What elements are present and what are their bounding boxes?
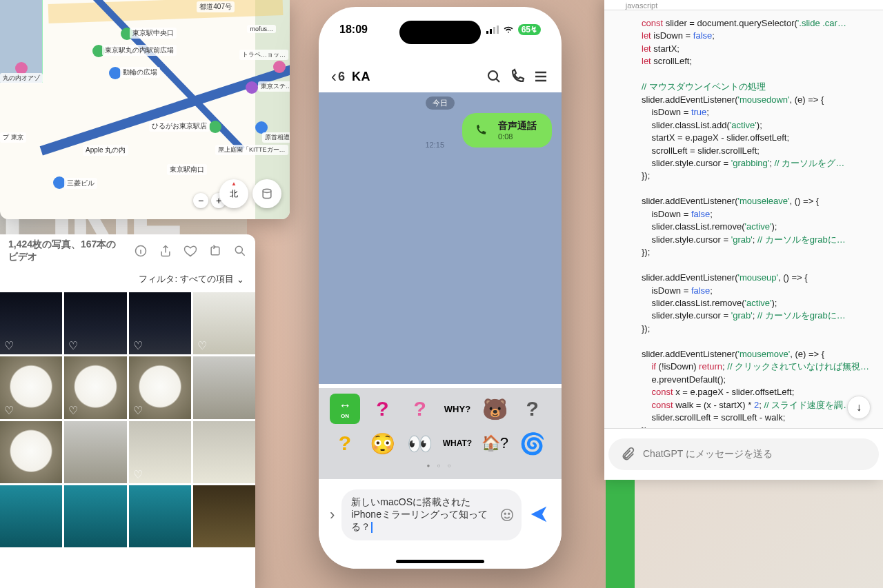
send-button[interactable] xyxy=(528,504,550,526)
sticker[interactable]: ? xyxy=(330,428,360,458)
favorite-icon: ♡ xyxy=(133,468,144,479)
sticker-panel: ↔ON ? ? WHY? 🐻 ? ? 😳 👀 WHAT? 🏠? 🌀 ● ○ ○ xyxy=(319,388,562,479)
emoji-icon[interactable] xyxy=(499,507,515,523)
favorite-icon: ♡ xyxy=(68,339,79,350)
pin-tokyo-ste[interactable] xyxy=(246,81,258,94)
date-pill: 今日 xyxy=(426,97,455,110)
photo-thumb[interactable] xyxy=(193,485,255,547)
poi-label[interactable]: 東京ステ… xyxy=(258,81,290,92)
sticker[interactable]: 😳 xyxy=(367,428,397,458)
poi-label[interactable]: 動輪の広場 xyxy=(120,67,160,78)
photo-thumb[interactable]: ♡ xyxy=(129,292,191,354)
share-icon[interactable] xyxy=(159,244,172,258)
expand-icon[interactable]: › xyxy=(330,506,335,524)
message-time: 12:15 xyxy=(425,141,444,149)
favorite-icon: ♡ xyxy=(4,339,15,350)
photo-thumb[interactable] xyxy=(64,421,126,483)
photo-thumb[interactable] xyxy=(0,421,62,483)
photo-thumb[interactable]: ♡ xyxy=(0,356,62,418)
sticker[interactable]: ? xyxy=(367,394,397,424)
filter-row[interactable]: フィルタ: すべての項目 ⌄ xyxy=(0,267,255,292)
poi-label[interactable]: プ 東京 xyxy=(0,132,26,143)
svg-rect-2 xyxy=(211,247,219,255)
poi-label[interactable]: トラベ…ョッ… xyxy=(239,50,288,60)
poi-label[interactable]: 東京駅丸の内駅前広場 xyxy=(102,45,177,56)
photo-thumb[interactable]: ♡ xyxy=(64,356,126,418)
poi-label[interactable]: 原首相遭… xyxy=(262,132,290,143)
rotate-icon[interactable] xyxy=(208,244,222,258)
call-duration: 0:08 xyxy=(498,132,537,141)
poi-label[interactable]: 三菱ビル xyxy=(64,178,97,189)
chatgpt-window: javascript const slider = document.query… xyxy=(604,0,883,480)
info-icon[interactable] xyxy=(134,244,148,258)
call-bubble[interactable]: 音声通話 0:08 xyxy=(462,113,552,148)
poi-label[interactable]: mofus… xyxy=(247,25,276,33)
favorite-icon: ♡ xyxy=(197,339,208,350)
sticker[interactable]: 🐻 xyxy=(479,394,510,424)
compass-button[interactable]: 北 xyxy=(219,179,248,208)
status-bar: 18:09 65↯ xyxy=(319,23,562,36)
photo-thumb[interactable] xyxy=(193,356,255,418)
sticker[interactable]: ? xyxy=(405,394,435,424)
phone-icon[interactable] xyxy=(509,68,526,85)
battery-badge: 65↯ xyxy=(518,24,541,35)
photo-thumb[interactable] xyxy=(129,485,191,547)
sticker[interactable]: 👀 xyxy=(405,428,435,458)
attachment-icon[interactable] xyxy=(619,446,636,463)
sticker[interactable]: ? xyxy=(517,394,548,424)
sticker-toggle[interactable]: ↔ON xyxy=(330,394,360,424)
heart-icon[interactable] xyxy=(183,244,197,258)
svg-point-11 xyxy=(508,513,510,514)
contact-name[interactable]: KA xyxy=(352,70,479,84)
poi-label[interactable]: ひるがお東京駅店 xyxy=(149,121,210,132)
message-input[interactable]: 新しいmacOSに搭載されたiPhoneミラーリングって知ってる？ xyxy=(341,489,522,540)
poi-label[interactable]: Apple 丸の内 xyxy=(83,145,128,156)
chat-body[interactable]: 今日 音声通話 0:08 12:15 xyxy=(319,92,562,384)
filter-prefix: フィルタ: xyxy=(139,273,177,285)
call-label: 音声通話 xyxy=(498,120,537,132)
pin-travel[interactable] xyxy=(273,61,286,73)
svg-rect-4 xyxy=(486,31,488,34)
svg-point-0 xyxy=(263,189,271,192)
iphone-mirror: 18:09 65↯ ‹6 KA 今日 音声通話 0:08 12:15 ↔ON ?… xyxy=(319,7,562,569)
sticker[interactable]: WHY? xyxy=(442,394,473,424)
poi-label[interactable]: 東京駅南口 xyxy=(167,164,207,175)
photo-thumb[interactable]: ♡ xyxy=(193,292,255,354)
poi-label[interactable]: 東京駅中央口 xyxy=(130,28,177,39)
chevron-down-icon: ⌄ xyxy=(237,274,244,285)
photo-thumb[interactable]: ♡ xyxy=(64,292,126,354)
photo-thumb[interactable]: ♡ xyxy=(0,292,62,354)
photo-thumb[interactable] xyxy=(193,421,255,483)
scroll-down-button[interactable]: ↓ xyxy=(847,396,871,419)
svg-rect-5 xyxy=(490,29,492,34)
cellular-icon xyxy=(486,26,499,34)
zoom-out-button[interactable]: − xyxy=(193,193,208,208)
maps-window[interactable]: 都道407号 東京駅中央口 東京駅丸の内駅前広場 丸の内オアゾ 動輪の広場 ひる… xyxy=(0,0,290,219)
chatgpt-placeholder: ChatGPT にメッセージを送る xyxy=(643,448,773,460)
photos-toolbar: 1,424枚の写真、167本のビデオ xyxy=(0,234,255,267)
chat-header: ‹6 KA xyxy=(319,61,562,92)
search-icon[interactable] xyxy=(486,68,502,85)
photos-window: 1,424枚の写真、167本のビデオ フィルタ: すべての項目 ⌄ ♡ ♡ ♡ … xyxy=(0,234,255,588)
sticker[interactable]: WHAT? xyxy=(442,428,473,458)
photo-thumb[interactable]: ♡ xyxy=(129,356,191,418)
poi-label[interactable]: 屋上庭園「KITTEガー… xyxy=(215,145,288,155)
photo-thumb[interactable]: ♡ xyxy=(129,421,191,483)
photo-thumb[interactable] xyxy=(64,485,126,547)
photo-thumb[interactable] xyxy=(0,485,62,547)
code-block[interactable]: const slider = document.querySelector('.… xyxy=(604,10,883,429)
input-row: › 新しいmacOSに搭載されたiPhoneミラーリングって知ってる？ xyxy=(319,485,562,545)
menu-icon[interactable] xyxy=(533,68,549,85)
sticker[interactable]: 🏠? xyxy=(479,428,510,458)
home-indicator[interactable] xyxy=(396,560,484,563)
chatgpt-input[interactable]: ChatGPT にメッセージを送る xyxy=(608,438,879,470)
poi-label[interactable]: 丸の内オアゾ xyxy=(0,73,43,83)
status-time: 18:09 xyxy=(339,23,368,36)
back-button[interactable]: ‹6 xyxy=(331,67,345,86)
favorite-icon: ♡ xyxy=(133,404,144,415)
pin-hirugao[interactable] xyxy=(209,121,221,133)
search-icon[interactable] xyxy=(233,244,247,258)
phone-icon xyxy=(472,121,490,139)
view-3d-button[interactable] xyxy=(252,179,281,208)
sticker[interactable]: 🌀 xyxy=(517,428,548,458)
